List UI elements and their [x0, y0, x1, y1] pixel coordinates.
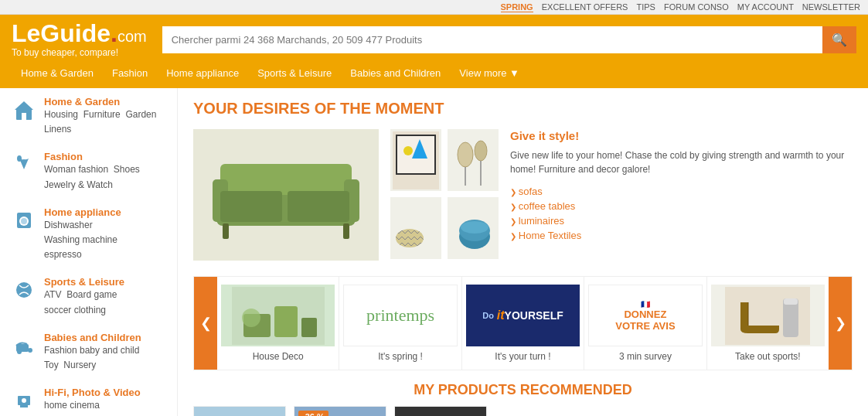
svg-rect-31 — [393, 199, 439, 257]
hifi-icon — [12, 388, 36, 413]
appliance-icon — [12, 208, 36, 233]
carousel-survey[interactable]: 🇫🇷 DONNEZVOTRE AVIS 3 min survey — [584, 277, 706, 370]
search-input[interactable] — [162, 26, 822, 53]
svg-point-33 — [396, 229, 424, 247]
survey-flag: 🇫🇷 — [641, 300, 650, 309]
sidebar-links-home-garden: Housing Furniture GardenLinens — [44, 107, 156, 137]
spring-link[interactable]: SPRING — [501, 2, 533, 12]
nav-home-appliance[interactable]: Home appliance — [157, 64, 248, 82]
sidebar-links-sports: ATV Board gamesoccer clothing — [44, 288, 124, 317]
small-img-row-1 — [390, 129, 499, 191]
home-textiles-link[interactable]: Home Textiles — [519, 230, 581, 241]
tips-link[interactable]: TIPS — [636, 2, 655, 12]
sidebar-babies-content: Babies and Children Fashion baby and chi… — [44, 332, 141, 373]
svg-point-42 — [242, 309, 260, 327]
sidebar-links-appliance: DishwasherWashing machineespresso — [44, 218, 121, 263]
sidebar-title-fashion[interactable]: Fashion — [44, 151, 140, 162]
svg-point-10 — [17, 350, 22, 354]
carousel-diy[interactable]: Do itYOURSELF It's your turn ! — [462, 277, 584, 370]
rec-item-3[interactable] — [394, 406, 487, 416]
sidebar-hifi-content: Hi-Fi, Photo & Video home cinemaDigital … — [44, 387, 141, 416]
sidebar-title-hifi[interactable]: Hi-Fi, Photo & Video — [44, 387, 141, 398]
svg-rect-15 — [220, 164, 352, 195]
house-deco-thumb — [221, 285, 335, 346]
sofas-link[interactable]: sofas — [519, 186, 543, 197]
svg-rect-40 — [274, 306, 298, 337]
luminaires-link[interactable]: luminaires — [519, 215, 564, 227]
nav-fashion[interactable]: Fashion — [103, 64, 157, 82]
nav-home-garden[interactable]: Home & Garden — [12, 64, 103, 82]
newsletter-link[interactable]: NEWSLETTER — [802, 2, 860, 12]
sidebar: Home & Garden Housing Furniture GardenLi… — [0, 88, 178, 416]
sidebar-appliance-content: Home appliance DishwasherWashing machine… — [44, 206, 121, 263]
sidebar-links-babies: Fashion baby and childToy Nursery — [44, 343, 141, 373]
carousel-sports-label: Take out sports! — [711, 351, 825, 362]
svg-point-12 — [22, 398, 26, 403]
rec-item-2[interactable]: -36 % — [294, 406, 386, 416]
rec-placeholder-1 — [194, 407, 285, 416]
recommended-title-main: MY PRODUCTS — [414, 382, 516, 397]
svg-point-6 — [21, 218, 27, 224]
main-content: YOUR DESIRES OF THE MOMENT — [178, 88, 868, 416]
carousel-house-deco[interactable]: House Deco — [217, 277, 339, 370]
carousel-survey-label: 3 min survey — [588, 351, 702, 362]
nav-more[interactable]: View more ▼ — [450, 64, 529, 82]
diy-thumb: Do itYOURSELF — [466, 285, 580, 346]
sofa-image-area — [193, 129, 379, 261]
account-link[interactable]: MY ACCOUNT — [737, 2, 794, 12]
carousel-spring-label: It's spring ! — [343, 351, 457, 362]
svg-rect-21 — [343, 223, 349, 239]
rec-item-1[interactable] — [193, 406, 286, 416]
search-bar: 🔍 — [162, 26, 856, 53]
sidebar-title-sports[interactable]: Sports & Leisure — [44, 276, 124, 288]
desires-text: Give it style! Give new life to your hom… — [510, 129, 853, 261]
svg-point-27 — [458, 142, 473, 167]
search-button[interactable]: 🔍 — [822, 26, 856, 53]
svg-rect-2 — [22, 113, 26, 120]
sidebar-title-home-garden[interactable]: Home & Garden — [44, 96, 156, 107]
discount-badge: -36 % — [298, 411, 328, 416]
desires-title: YOUR DESIRES OF THE MOMENT — [193, 100, 853, 118]
recommended-title-highlight: RECOMMENDED — [520, 382, 632, 397]
sidebar-item-babies: Babies and Children Fashion baby and chi… — [12, 332, 165, 373]
forum-link[interactable]: FORUM CONSO — [664, 2, 729, 12]
carousel-sports[interactable]: Take out sports! — [707, 277, 829, 370]
svg-rect-19 — [288, 191, 349, 222]
offers-link[interactable]: EXCELLENT OFFERS — [542, 2, 628, 12]
carousel-printemps[interactable]: printemps It's spring ! — [339, 277, 461, 370]
carousel-next-button[interactable]: ❯ — [829, 277, 852, 370]
desires-title-main: YOUR DESIRES — [193, 100, 310, 117]
sidebar-item-appliance: Home appliance DishwasherWashing machine… — [12, 206, 165, 263]
small-img-row-2 — [390, 197, 499, 259]
carousel-house-deco-label: House Deco — [221, 351, 335, 362]
small-images — [390, 129, 499, 261]
svg-marker-1 — [15, 101, 33, 110]
printemps-bg: printemps — [343, 285, 457, 346]
sidebar-sports-content: Sports & Leisure ATV Board gamesoccer cl… — [44, 276, 124, 317]
svg-point-37 — [461, 221, 488, 234]
logo[interactable]: LeGuide.com — [12, 21, 147, 46]
rec-dark-placeholder — [395, 407, 486, 416]
svg-point-28 — [475, 141, 487, 161]
recommended-items: -36 % — [193, 406, 853, 416]
svg-rect-18 — [220, 191, 282, 222]
sidebar-item-fashion: Fashion Woman fashion ShoesJewelry & Wat… — [12, 151, 165, 192]
nav-sports[interactable]: Sports & Leisure — [248, 64, 341, 82]
coffee-tables-link[interactable]: coffee tables — [519, 200, 575, 212]
survey-thumb: 🇫🇷 DONNEZVOTRE AVIS — [588, 285, 702, 346]
logo-dot: . — [111, 19, 117, 47]
sports-icon — [12, 278, 36, 302]
sidebar-item-sports: Sports & Leisure ATV Board gamesoccer cl… — [12, 276, 165, 317]
sidebar-title-babies[interactable]: Babies and Children — [44, 332, 141, 343]
sidebar-title-appliance[interactable]: Home appliance — [44, 206, 121, 218]
carousel-prev-button[interactable]: ❮ — [194, 277, 217, 370]
svg-rect-41 — [301, 318, 317, 337]
nav-babies[interactable]: Babies and Children — [341, 64, 450, 82]
svg-rect-26 — [450, 131, 496, 189]
survey-text: DONNEZVOTRE AVIS — [615, 309, 675, 332]
sidebar-links-fashion: Woman fashion ShoesJewelry & Watch — [44, 162, 140, 192]
sports-bg — [711, 285, 825, 346]
svg-point-9 — [28, 348, 32, 353]
pouf-image — [448, 197, 499, 259]
desires-body: Give it style! Give new life to your hom… — [193, 129, 853, 261]
